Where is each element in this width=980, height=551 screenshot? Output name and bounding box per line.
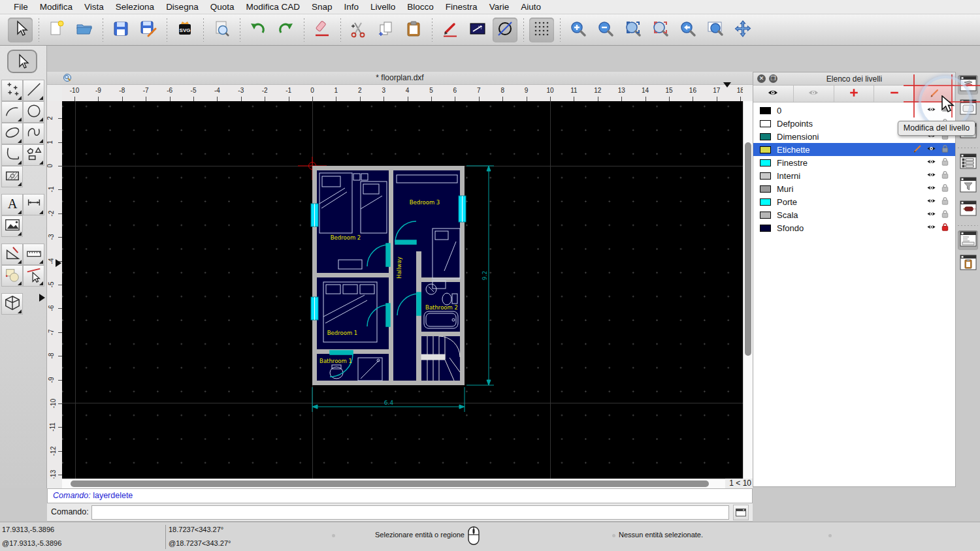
layer-visibility-eye-icon[interactable] <box>926 222 936 234</box>
horizontal-scrollbar-thumb[interactable] <box>71 480 709 487</box>
circle-tool-button[interactable] <box>23 101 44 123</box>
hatch-tool-button[interactable] <box>1 166 23 187</box>
menu-vista[interactable]: Vista <box>78 2 110 12</box>
menu-disegna[interactable]: Disegna <box>160 2 204 12</box>
menu-modifica-cad[interactable]: Modifica CAD <box>240 2 306 12</box>
dock-command-button[interactable] <box>958 230 978 250</box>
hide-all-button[interactable] <box>794 86 834 102</box>
layer-color-swatch[interactable] <box>760 120 771 127</box>
vertical-scrollbar-thumb[interactable] <box>745 142 751 356</box>
points-tool-button[interactable] <box>1 80 23 101</box>
select-button[interactable] <box>8 18 33 42</box>
layer-lock-icon[interactable] <box>940 222 950 234</box>
dimension-tool-button[interactable] <box>23 194 44 215</box>
open-file-button[interactable] <box>72 18 97 42</box>
menu-livello[interactable]: Livello <box>365 2 401 12</box>
remove-layer-button[interactable] <box>874 86 915 102</box>
menu-snap[interactable]: Snap <box>306 2 338 12</box>
command-input[interactable] <box>91 505 729 520</box>
zoom-pan-button[interactable] <box>730 18 755 42</box>
layer-visibility-eye-icon[interactable] <box>926 170 936 182</box>
image-tool-button[interactable] <box>1 215 23 237</box>
dock-clipboard-button[interactable] <box>958 254 978 274</box>
edit-pencil-button[interactable] <box>438 18 463 42</box>
dock-filter-button[interactable] <box>958 176 978 196</box>
horizontal-scrollbar[interactable] <box>62 479 725 488</box>
measure-tool-button[interactable] <box>23 244 44 265</box>
layer-color-swatch[interactable] <box>760 159 771 166</box>
block-tool-button[interactable] <box>1 265 23 287</box>
zoom-in-button[interactable] <box>566 18 591 42</box>
layer-row-etichette[interactable]: Etichette <box>753 143 955 156</box>
dock-pen-button[interactable] <box>958 200 978 219</box>
layer-visibility-eye-icon[interactable] <box>926 196 936 208</box>
show-all-button[interactable] <box>753 86 794 102</box>
layer-lock-icon[interactable] <box>940 157 950 169</box>
spline-tool-button[interactable] <box>23 123 44 144</box>
menu-finestra[interactable]: Finestra <box>440 2 483 12</box>
arc-tool-button[interactable] <box>1 101 23 123</box>
layer-row-muri[interactable]: Muri <box>753 182 955 195</box>
layer-color-swatch[interactable] <box>760 212 771 219</box>
layer-visibility-eye-icon[interactable] <box>926 183 936 195</box>
menu-modifica[interactable]: Modifica <box>34 2 78 12</box>
menu-seleziona[interactable]: Seleziona <box>110 2 160 12</box>
menu-info[interactable]: Info <box>338 2 365 12</box>
layer-color-swatch[interactable] <box>760 198 771 206</box>
new-file-button[interactable] <box>44 18 69 42</box>
layer-color-swatch[interactable] <box>760 185 771 193</box>
layer-color-swatch[interactable] <box>760 225 771 232</box>
zoom-out-button[interactable] <box>593 18 618 42</box>
draft-mode-button[interactable] <box>493 18 517 42</box>
save-as-button[interactable] <box>136 18 161 42</box>
layer-lock-icon[interactable] <box>940 144 950 156</box>
copy-button[interactable] <box>374 18 399 42</box>
drawing-canvas[interactable]: 9.2 6.4 Bedroom 2 Bedroom 3 Hallway Bedr… <box>62 101 743 479</box>
ellipse-tool-button[interactable] <box>1 123 23 144</box>
delete-entity-button[interactable] <box>310 18 335 42</box>
layer-color-swatch[interactable] <box>760 172 771 180</box>
vertical-scrollbar[interactable] <box>743 101 753 479</box>
layer-visibility-eye-icon[interactable] <box>926 157 936 169</box>
layer-visibility-eye-icon[interactable] <box>926 144 936 156</box>
menu-file[interactable]: File <box>8 2 34 12</box>
layer-color-swatch[interactable] <box>760 133 771 140</box>
print-preview-button[interactable] <box>209 18 234 42</box>
dock-blocks-button[interactable] <box>958 153 978 172</box>
document-titlebar[interactable]: * floorplan.dxf <box>47 72 753 85</box>
layer-visibility-eye-icon[interactable] <box>926 209 936 221</box>
polygon-tool-button[interactable] <box>23 144 44 166</box>
paste-button[interactable] <box>401 18 426 42</box>
layer-row-finestre[interactable]: Finestre <box>753 156 955 169</box>
solid-3d-tool-button[interactable] <box>1 293 23 315</box>
layer-row-scala[interactable]: Scala <box>753 208 955 221</box>
zoom-select-button[interactable] <box>648 18 673 42</box>
menu-aiuto[interactable]: Aiuto <box>515 2 547 12</box>
undo-button[interactable] <box>246 18 270 42</box>
select-entity-tool-button[interactable] <box>23 265 44 287</box>
layer-lock-icon[interactable] <box>940 170 950 182</box>
layer-lock-icon[interactable] <box>940 183 950 195</box>
line-tool-button[interactable] <box>23 80 44 101</box>
redo-button[interactable] <box>273 18 298 42</box>
zoom-window-button[interactable] <box>703 18 728 42</box>
layer-lock-icon[interactable] <box>940 196 950 208</box>
zoom-auto-button[interactable] <box>621 18 645 42</box>
menu-quota[interactable]: Quota <box>204 2 240 12</box>
text-tool-button[interactable]: A <box>1 194 23 215</box>
layer-row-sfondo[interactable]: Sfondo <box>753 221 955 234</box>
add-layer-button[interactable] <box>834 86 875 102</box>
layer-row-porte[interactable]: Porte <box>753 195 955 208</box>
command-detach-button[interactable] <box>733 505 749 520</box>
grid-toggle-button[interactable] <box>529 18 554 42</box>
save-button[interactable] <box>108 18 133 42</box>
select-tool-button[interactable] <box>7 50 37 73</box>
menu-blocco[interactable]: Blocco <box>401 2 440 12</box>
layer-row-interni[interactable]: Interni <box>753 169 955 182</box>
layer-color-swatch[interactable] <box>760 146 771 153</box>
edit-attributes-button[interactable] <box>465 18 490 42</box>
zoom-prev-button[interactable] <box>676 18 700 42</box>
modify-tool-button[interactable] <box>1 244 23 265</box>
layer-color-swatch[interactable] <box>760 107 771 114</box>
layer-lock-icon[interactable] <box>940 209 950 221</box>
